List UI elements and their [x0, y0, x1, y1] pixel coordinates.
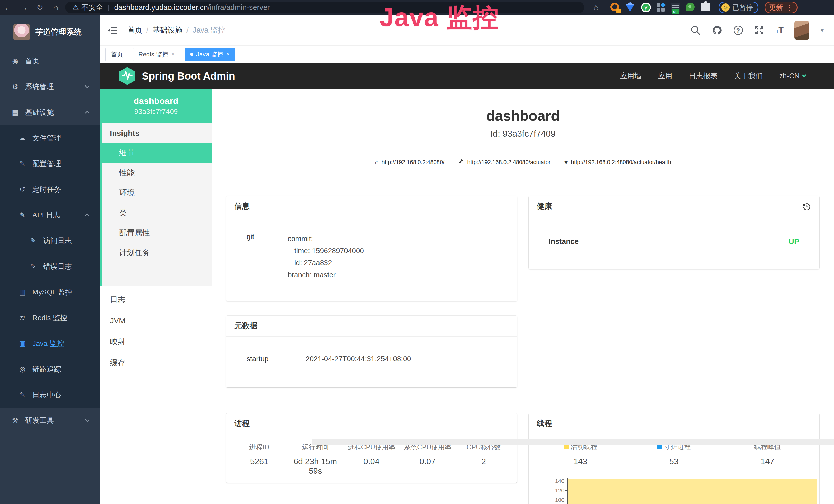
user-avatar[interactable] [794, 21, 809, 40]
address-bar[interactable]: ⚠ 不安全 | dashboard.yudao.iocoder.cn/infra… [65, 2, 584, 13]
sidebar-item-trace[interactable]: ◎ 链路追踪 [0, 357, 100, 382]
sidebar-fold-icon[interactable] [107, 25, 118, 36]
sidebar-item-label: 链路追踪 [32, 364, 61, 374]
health-history-icon[interactable] [803, 202, 811, 211]
spring-boot-admin-logo [119, 67, 135, 85]
tab-label: Java 监控 [196, 50, 223, 59]
info-card-header: 信息 [226, 196, 517, 217]
sidebar-item-job[interactable]: ↺ 定时任务 [0, 177, 100, 202]
update-label: 更新 [769, 3, 783, 12]
heartbeat-icon: ♥ [564, 159, 568, 166]
breadcrumb-section[interactable]: 基础设施 [153, 25, 182, 36]
font-size-icon[interactable]: TT [776, 25, 783, 35]
sidebar-item-home[interactable]: ◉ 首页 [0, 48, 100, 74]
metadata-key: startup [247, 355, 306, 363]
sba-instance-header[interactable]: dashboard 93a3fc7f7409 [100, 89, 212, 123]
info-line: branch: master [288, 269, 364, 281]
card-title: 健康 [537, 201, 552, 211]
tab-close-icon[interactable]: × [226, 51, 229, 58]
browser-update-button[interactable]: 更新 ⋮ [765, 2, 797, 13]
tab-home[interactable]: 首页 [105, 48, 128, 61]
viewport-bottom-strip [312, 439, 834, 445]
sba-nav-wallboard[interactable]: 应用墙 [620, 71, 642, 81]
app-logo [13, 24, 30, 40]
browser-reload-icon[interactable]: ↻ [32, 3, 48, 12]
sba-item-configprops[interactable]: 配置属性 [102, 223, 212, 243]
sba-item-metrics[interactable]: 性能 [102, 163, 212, 183]
sidebar-item-infra[interactable]: ▤ 基础设施 [0, 100, 100, 125]
health-instance-label: Instance [549, 237, 579, 246]
sba-sidebar: dashboard 93a3fc7f7409 Insights 细节 性能 环境… [100, 89, 212, 504]
sba-nav-about[interactable]: 关于我们 [734, 71, 763, 81]
ext-y-icon[interactable]: y [641, 3, 651, 12]
ext-onetab-icon[interactable]: on [671, 3, 680, 12]
not-secure-warning-icon[interactable]: ⚠ [72, 3, 79, 12]
tab-close-icon[interactable]: × [171, 51, 175, 58]
sba-item-mappings[interactable]: 映射 [100, 331, 212, 352]
sba-item-scheduledtasks[interactable]: 计划任务 [102, 243, 212, 263]
sba-brand-title[interactable]: Spring Boot Admin [142, 70, 235, 82]
row-divider [242, 372, 502, 372]
ext-puzzle-icon[interactable] [701, 3, 711, 12]
sba-locale-select[interactable]: zh-CN [779, 72, 806, 80]
sba-nav-journal[interactable]: 日志报表 [689, 71, 718, 81]
sidebar-item-api-log[interactable]: ✎ API 日志 [0, 202, 100, 228]
sidebar-item-config[interactable]: ✎ 配置管理 [0, 151, 100, 177]
ext-pin-icon[interactable] [626, 3, 635, 12]
endpoint-health-button[interactable]: ♥ http://192.168.0.2:48080/actuator/heal… [557, 155, 678, 169]
browser-forward-icon[interactable]: → [16, 3, 32, 12]
endpoint-actuator-button[interactable]: http://192.168.0.2:48080/actuator [451, 155, 557, 169]
sidebar-item-label: 文件管理 [32, 133, 61, 143]
health-instance-row[interactable]: Instance UP [529, 217, 820, 246]
endpoint-home-button[interactable]: ⌂ http://192.168.0.2:48080/ [368, 155, 451, 169]
sidebar-item-java-monitor[interactable]: ▣ Java 监控 [0, 331, 100, 357]
github-icon[interactable] [712, 25, 722, 36]
breadcrumb-home[interactable]: 首页 [127, 25, 142, 36]
tabs-bar: 首页 Redis 监控 × Java 监控 × [100, 46, 834, 63]
log-icon: ✎ [18, 211, 27, 219]
sidebar-item-error-log[interactable]: ✎ 错误日志 [0, 254, 100, 279]
bookmark-star-icon[interactable]: ☆ [589, 3, 603, 12]
info-card: 信息 git commit: time: 1596289704000 id: 2… [226, 196, 517, 301]
sba-item-classes[interactable]: 类 [102, 203, 212, 223]
sidebar-item-system[interactable]: ⚙ 系统管理 [0, 74, 100, 100]
user-menu-caret-icon[interactable]: ▾ [821, 27, 824, 34]
sba-nav-applications[interactable]: 应用 [658, 71, 673, 81]
sidebar-item-redis[interactable]: ≋ Redis 监控 [0, 305, 100, 331]
help-icon[interactable]: ? [733, 26, 743, 35]
fullscreen-icon[interactable] [754, 25, 764, 36]
live-threads-value: 143 [534, 457, 627, 466]
tab-java-monitor[interactable]: Java 监控 × [185, 48, 235, 61]
sba-item-jvm[interactable]: JVM [100, 310, 212, 331]
sba-item-environment[interactable]: 环境 [102, 183, 212, 203]
sidebar-item-file[interactable]: ☁ 文件管理 [0, 125, 100, 151]
database-table-icon: ▦ [18, 288, 27, 296]
browser-menu-icon[interactable]: ⋮ [786, 3, 793, 12]
sidebar-item-access-log[interactable]: ✎ 访问日志 [0, 228, 100, 254]
sba-insights-section: Insights 细节 性能 环境 类 配置属性 计划任务 [100, 123, 212, 285]
sba-item-caches[interactable]: 缓存 [100, 352, 212, 373]
live-threads-area-series [568, 479, 817, 504]
browser-back-icon[interactable]: ← [0, 3, 16, 12]
paused-label: 已暂停 [732, 3, 753, 12]
endpoint-url: http://192.168.0.2:48080/actuator [467, 159, 550, 166]
search-icon[interactable] [690, 25, 701, 36]
tab-redis-monitor[interactable]: Redis 监控 × [133, 48, 180, 61]
page-title: dashboard [212, 107, 834, 124]
ext-leaf-icon[interactable] [686, 3, 696, 12]
browser-home-icon[interactable]: ⌂ [48, 3, 64, 12]
ext-grid-icon[interactable] [657, 3, 665, 12]
sidebar-item-devtools[interactable]: ⚒ 研发工具 [0, 408, 100, 433]
threads-card: 线程 活动线程 守护进程 线程峰值 143 53 147 [529, 413, 820, 504]
ext-refresh-icon[interactable] [610, 3, 620, 12]
app-logo-row[interactable]: 芋道管理系统 [0, 15, 100, 44]
sidebar-item-log-center[interactable]: ✎ 日志中心 [0, 382, 100, 408]
sidebar-item-mysql[interactable]: ▦ MySQL 监控 [0, 279, 100, 305]
paused-extension-badge[interactable]: ☺ 已暂停 [719, 2, 759, 13]
locale-caret-icon [802, 73, 807, 77]
emoji-face-icon: ☺ [722, 3, 730, 12]
sba-item-details[interactable]: 细节 [100, 143, 212, 163]
endpoint-url: http://192.168.0.2:48080/ [382, 159, 445, 166]
sba-item-logfile[interactable]: 日志 [100, 289, 212, 310]
monitor-icon: ▤ [11, 108, 20, 117]
